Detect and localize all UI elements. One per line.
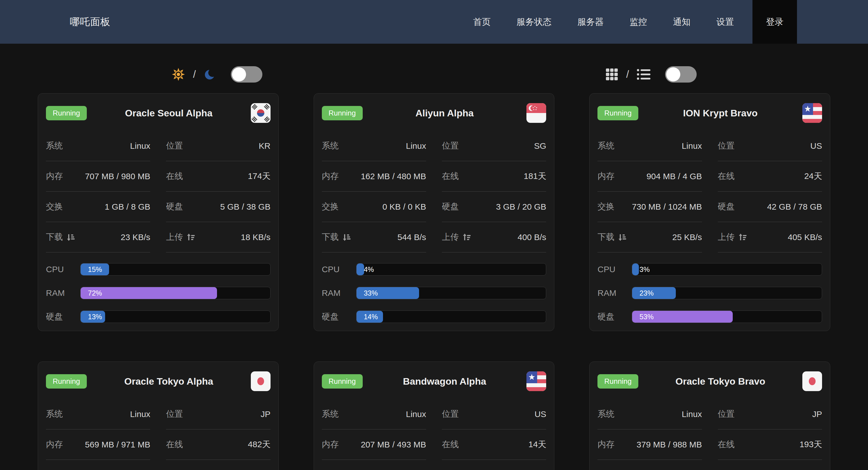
server-info-grid: 系统 Linux 位置 KR 内存 707 MB / 980 MB 在线 174… [46, 131, 271, 252]
os-value: Linux [682, 141, 702, 151]
disk-value: 3 GB / 20 GB [496, 202, 546, 212]
uptime-label: 在线 [166, 439, 183, 450]
upload-row: 上传 405 KB/s [718, 222, 822, 252]
os-value: Linux [406, 409, 426, 419]
os-row: 系统 Linux [597, 131, 702, 161]
country-flag-icon [526, 103, 546, 123]
download-sort-icon [66, 233, 75, 242]
login-button[interactable]: 登录 [752, 0, 797, 44]
download-row: 下载 25 KB/s [597, 222, 702, 252]
os-row: 系统 Linux [597, 399, 702, 430]
location-label: 位置 [718, 140, 735, 152]
usage-bar-label: 硬盘 [597, 311, 632, 323]
status-badge: Running [322, 106, 363, 120]
uptime-label: 在线 [718, 439, 735, 450]
os-row: 系统 Linux [322, 399, 426, 430]
server-card[interactable]: Running ION Krypt Bravo 系统 Linux 位置 US 内… [589, 93, 830, 331]
usage-bar-label: RAM [597, 288, 632, 298]
nav-item-settings[interactable]: 设置 [716, 16, 734, 28]
upload-value: 400 B/s [518, 232, 547, 242]
usage-bars: CPU4%RAM33%硬盘14% [322, 263, 547, 323]
usage-bar-row: CPU3% [597, 263, 822, 276]
server-name: Aliyun Alpha [363, 107, 527, 119]
sun-icon [172, 68, 185, 81]
nav-item-service-status[interactable]: 服务状态 [517, 16, 552, 28]
nav-item-servers[interactable]: 服务器 [578, 16, 603, 28]
location-value: SG [534, 141, 546, 151]
location-row: 位置 US [718, 131, 822, 161]
view-switch[interactable] [665, 66, 696, 83]
usage-bar-label: CPU [597, 264, 632, 274]
os-value: Linux [682, 409, 702, 419]
memory-row: 内存 379 MB / 988 MB [597, 430, 702, 460]
disk-row: 硬盘 42 GB / 78 GB [718, 192, 822, 222]
server-info-grid: 系统 Linux 位置 SG 内存 162 MB / 480 MB 在线 181… [322, 131, 547, 252]
server-name: Bandwagon Alpha [363, 376, 527, 387]
swap-value: 0 KB / 0 KB [382, 202, 426, 212]
location-row: 位置 US [442, 399, 546, 430]
usage-bar-label: 硬盘 [46, 311, 80, 323]
upload-value: 405 KB/s [788, 232, 822, 242]
download-sort-icon [618, 233, 626, 242]
usage-bar-fill [356, 263, 364, 275]
disk-label: 硬盘 [166, 201, 183, 213]
usage-bar-label: CPU [322, 264, 356, 274]
usage-bar-row: CPU15% [46, 263, 271, 276]
uptime-label: 在线 [166, 170, 183, 182]
disk-row: 硬盘 5 GB / 38 GB [166, 192, 270, 222]
usage-bar-track: 13% [80, 311, 271, 323]
uptime-label: 在线 [442, 170, 459, 182]
card-header: Running ION Krypt Bravo [597, 103, 822, 123]
memory-label: 内存 [597, 439, 614, 450]
usage-bar-percent: 3% [640, 263, 650, 275]
server-card[interactable]: Running Bandwagon Alpha 系统 Linux 位置 US 内… [314, 362, 555, 470]
upload-row: 上传 18 KB/s [166, 222, 270, 252]
usage-bar-track: 53% [632, 311, 822, 323]
location-value: US [810, 141, 822, 151]
disk-row: 硬盘 7 GB / 38 GB [718, 460, 822, 470]
upload-label: 上传 [166, 231, 183, 243]
usage-bar-percent: 72% [88, 287, 102, 299]
os-value: Linux [130, 141, 151, 151]
memory-row: 内存 707 MB / 980 MB [46, 161, 150, 192]
uptime-label: 在线 [718, 170, 735, 182]
memory-label: 内存 [322, 439, 339, 450]
uptime-label: 在线 [442, 439, 459, 450]
status-badge: Running [322, 374, 363, 388]
location-label: 位置 [718, 408, 735, 420]
server-card[interactable]: Running Oracle Tokyo Bravo 系统 Linux 位置 J… [589, 362, 830, 470]
usage-bar-row: 硬盘14% [322, 311, 547, 323]
server-card[interactable]: Running Oracle Tokyo Alpha 系统 Linux 位置 J… [38, 362, 279, 470]
memory-label: 内存 [46, 439, 63, 450]
uptime-row: 在线 24天 [718, 161, 822, 192]
uptime-row: 在线 193天 [718, 430, 822, 460]
usage-bar-track: 72% [80, 287, 271, 299]
server-info-grid: 系统 Linux 位置 JP 内存 569 MB / 971 MB 在线 482… [46, 399, 271, 470]
os-row: 系统 Linux [46, 131, 150, 161]
nav-item-home[interactable]: 首页 [473, 16, 491, 28]
os-label: 系统 [597, 408, 614, 420]
disk-value: 42 GB / 78 GB [767, 202, 822, 212]
grid-view-icon [606, 68, 618, 81]
uptime-value: 24天 [804, 170, 822, 182]
location-row: 位置 JP [718, 399, 822, 430]
nav-item-notifications[interactable]: 通知 [673, 16, 690, 28]
card-header: Running Bandwagon Alpha [322, 371, 547, 391]
swap-label: 交换 [46, 201, 63, 213]
memory-label: 内存 [46, 170, 63, 182]
theme-switch-knob[interactable] [232, 67, 246, 82]
location-value: KR [259, 141, 271, 151]
swap-row: 交换 1 GB / 8 GB [46, 192, 150, 222]
theme-switch[interactable] [231, 66, 262, 83]
usage-bar-percent: 4% [364, 263, 374, 275]
memory-row: 内存 904 MB / 4 GB [597, 161, 702, 192]
memory-value: 904 MB / 4 GB [647, 171, 702, 181]
swap-row: 交换 398 MB / 8 GB [597, 460, 702, 470]
nav-item-monitor[interactable]: 监控 [629, 16, 647, 28]
upload-sort-icon [462, 233, 471, 242]
download-value: 23 KB/s [121, 232, 150, 242]
server-card[interactable]: Running Oracle Seoul Alpha 系统 Linux 位置 K… [38, 93, 279, 331]
disk-row: 硬盘 3 GB / 20 GB [442, 192, 546, 222]
view-switch-knob[interactable] [666, 67, 680, 82]
server-card[interactable]: Running Aliyun Alpha 系统 Linux 位置 SG 内存 1… [314, 93, 555, 331]
